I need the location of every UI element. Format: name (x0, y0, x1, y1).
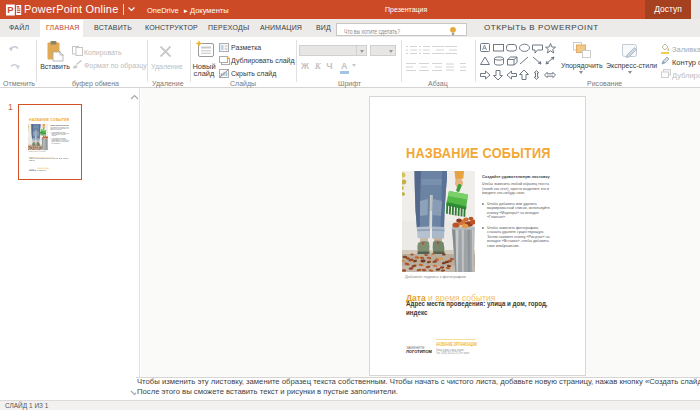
svg-text:P: P (7, 4, 14, 15)
